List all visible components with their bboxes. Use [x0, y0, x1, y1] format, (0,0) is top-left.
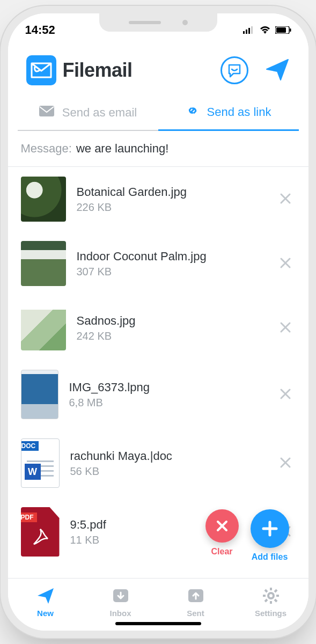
file-thumbnail[interactable] [21, 241, 66, 286]
close-icon [215, 519, 229, 533]
file-row: Indoor Coconut Palm.jpg 307 KB [8, 231, 308, 296]
doc-badge: DOC [21, 441, 39, 451]
file-size: 242 KB [77, 330, 264, 342]
support-button[interactable] [221, 56, 248, 84]
message-label: Message: [21, 142, 72, 156]
remove-file-button[interactable] [275, 450, 296, 477]
file-name: Botanical Garden.jpg [77, 185, 264, 199]
svg-rect-3 [251, 26, 253, 34]
tab-send-as-link[interactable]: Send as link [158, 96, 299, 131]
svg-line-15 [265, 590, 267, 592]
file-row: Botanical Garden.jpg 226 KB [8, 167, 308, 231]
tab-label: Send as link [207, 105, 271, 119]
message-field[interactable]: Message: we are launching! [8, 131, 308, 167]
svg-rect-5 [276, 27, 286, 33]
tab-send-as-email[interactable]: Send as email [18, 96, 158, 131]
file-name: rachunki Maya.|doc [70, 449, 264, 463]
file-thumbnail[interactable]: DOC W [21, 438, 60, 488]
gear-icon [261, 586, 281, 605]
phone-notch [99, 13, 217, 32]
remove-file-button[interactable] [275, 186, 296, 213]
file-size: 56 KB [70, 465, 264, 478]
svg-line-16 [275, 599, 277, 602]
file-size: 226 KB [77, 201, 264, 214]
nav-sent[interactable]: Sent [158, 586, 233, 618]
message-text: we are launching! [76, 142, 168, 156]
envelope-icon [39, 105, 55, 120]
filemail-logo-icon [26, 55, 56, 85]
close-icon [280, 257, 291, 269]
link-icon [186, 104, 200, 121]
nav-label: New [37, 609, 54, 618]
nav-new[interactable]: New [8, 586, 83, 618]
paper-plane-icon [264, 56, 290, 82]
clear-button[interactable] [205, 509, 239, 543]
sent-icon [186, 586, 205, 605]
add-files-button[interactable] [251, 509, 289, 548]
plus-icon [261, 519, 279, 538]
nav-label: Inbox [110, 609, 131, 618]
pdf-badge: PDF [21, 513, 37, 522]
add-files-label: Add files [252, 552, 288, 562]
file-row: IMG_6373.lpng 6,8 MB [8, 360, 308, 429]
svg-rect-7 [39, 106, 54, 116]
nav-label: Settings [255, 609, 286, 618]
svg-line-18 [265, 599, 267, 602]
file-size: 6,8 MB [69, 397, 264, 409]
file-size: 307 KB [77, 266, 264, 278]
app-header: Filemail [8, 41, 308, 96]
remove-file-button[interactable] [275, 381, 296, 408]
phone-frame: 14:52 Filemail [8, 13, 308, 631]
close-icon [280, 388, 291, 400]
app-logo[interactable]: Filemail [26, 55, 133, 85]
battery-icon [275, 23, 291, 37]
tab-label: Send as email [62, 106, 137, 120]
inbox-icon [111, 586, 130, 605]
svg-rect-2 [248, 28, 250, 34]
wifi-icon [259, 23, 271, 37]
nav-label: Sent [187, 609, 204, 618]
paper-plane-icon [36, 586, 55, 605]
close-icon [280, 321, 291, 333]
file-thumbnail[interactable] [21, 177, 66, 222]
remove-file-button[interactable] [275, 250, 296, 277]
svg-rect-0 [243, 31, 245, 34]
send-mode-tabs: Send as email Send as link [8, 96, 308, 131]
smile-chat-icon [227, 63, 242, 78]
remove-file-button[interactable] [275, 314, 296, 341]
signal-icon [243, 23, 255, 37]
svg-rect-6 [290, 28, 291, 32]
clear-label: Clear [211, 547, 232, 557]
home-indicator[interactable] [115, 622, 201, 625]
app-name: Filemail [63, 59, 133, 82]
file-name: Sadnos.jpg [77, 314, 264, 328]
file-row: Sadnos.jpg 242 KB [8, 296, 308, 360]
file-name: IMG_6373.lpng [69, 380, 264, 394]
close-icon [280, 457, 291, 469]
svg-point-10 [268, 593, 274, 598]
file-thumbnail[interactable] [21, 305, 66, 350]
file-row: DOC W rachunki Maya.|doc 56 KB [8, 429, 308, 497]
close-icon [280, 193, 291, 204]
send-button[interactable] [264, 56, 290, 84]
file-thumbnail[interactable]: PDF [21, 507, 60, 557]
word-icon: W [25, 464, 41, 480]
acrobat-icon [30, 527, 51, 552]
nav-inbox[interactable]: Inbox [83, 586, 158, 618]
file-thumbnail[interactable] [21, 370, 58, 419]
svg-rect-1 [246, 30, 247, 34]
nav-settings[interactable]: Settings [233, 586, 308, 618]
svg-line-17 [275, 590, 277, 592]
file-name: Indoor Coconut Palm.jpg [77, 250, 264, 264]
status-time: 14:52 [25, 23, 55, 37]
